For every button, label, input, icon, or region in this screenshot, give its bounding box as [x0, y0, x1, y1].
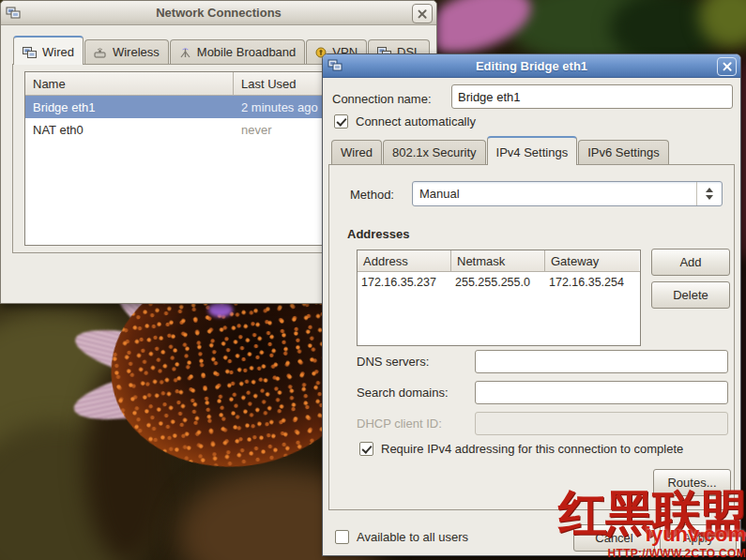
- search-domains-label: Search domains:: [357, 386, 449, 400]
- wired-icon: [23, 47, 37, 58]
- tab-label: Wired: [42, 45, 74, 59]
- address-row[interactable]: 172.16.35.237 255.255.255.0 172.16.35.25…: [358, 272, 640, 293]
- network-workgroup-icon: [6, 7, 21, 20]
- wireless-icon: [94, 47, 107, 58]
- tab-8021x-security[interactable]: 802.1x Security: [383, 140, 486, 165]
- address-cell[interactable]: 172.16.35.237: [358, 276, 451, 289]
- addresses-header-row: Address Netmask Gateway: [358, 250, 640, 272]
- tab-label: IPv4 Settings: [496, 145, 569, 159]
- add-button[interactable]: Add: [651, 249, 730, 276]
- dialog-titlebar[interactable]: Editing Bridge eth1: [323, 54, 740, 78]
- delete-button[interactable]: Delete: [651, 281, 730, 309]
- connect-automatically-label: Connect automatically: [356, 114, 476, 129]
- connect-automatically-row[interactable]: Connect automatically: [334, 114, 476, 129]
- dhcp-client-id-label: DHCP client ID:: [357, 416, 442, 431]
- antenna-icon: [179, 47, 191, 58]
- window-close-button[interactable]: [412, 4, 433, 23]
- method-combobox[interactable]: Manual: [412, 181, 723, 206]
- connection-name-label: Connection name:: [332, 92, 432, 106]
- require-ipv4-checkbox[interactable]: [359, 442, 373, 456]
- column-header-netmask[interactable]: Netmask: [451, 250, 545, 271]
- combobox-spinner-icon: [696, 182, 722, 205]
- dialog-title: Editing Bridge eth1: [323, 59, 740, 73]
- available-to-all-users-row[interactable]: Available to all users: [335, 530, 468, 544]
- column-header-gateway[interactable]: Gateway: [545, 250, 639, 271]
- tab-wireless[interactable]: Wireless: [84, 39, 169, 65]
- netmask-cell[interactable]: 255.255.255.0: [451, 276, 545, 289]
- tab-label: Wireless: [113, 45, 160, 59]
- dhcp-client-id-input: [475, 412, 728, 435]
- connection-name-input[interactable]: [451, 84, 733, 109]
- routes-button[interactable]: Routes...: [653, 469, 731, 496]
- violet-flower: [208, 302, 233, 317]
- tab-label: 802.1x Security: [392, 145, 477, 159]
- network-workgroup-icon: [327, 59, 343, 72]
- tab-label: Mobile Broadband: [197, 45, 297, 59]
- method-label: Method:: [350, 188, 394, 202]
- edit-connection-dialog: Editing Bridge eth1 Connection name: Con…: [322, 53, 741, 556]
- apply-button[interactable]: Apply: [660, 524, 737, 552]
- connection-name-cell: NAT eth0: [25, 123, 234, 137]
- search-domains-input[interactable]: [475, 381, 728, 404]
- close-icon: [418, 9, 427, 19]
- tab-ipv6-settings[interactable]: IPv6 Settings: [578, 140, 669, 165]
- method-value: Manual: [413, 187, 696, 201]
- tab-ipv4-settings[interactable]: IPv4 Settings: [487, 136, 578, 165]
- tab-mobile-broadband[interactable]: Mobile Broadband: [170, 39, 306, 65]
- gateway-cell[interactable]: 172.16.35.254: [545, 276, 639, 289]
- tab-label: Wired: [341, 145, 373, 159]
- cancel-button[interactable]: Cancel: [573, 524, 655, 552]
- window-titlebar[interactable]: Network Connections: [1, 1, 436, 25]
- desktop: Network Connections Wired Wireless Mobil…: [0, 0, 746, 560]
- window-title: Network Connections: [1, 6, 436, 20]
- available-to-all-users-label: Available to all users: [357, 530, 468, 544]
- dns-servers-input[interactable]: [475, 350, 728, 373]
- require-ipv4-row[interactable]: Require IPv4 addressing for this connect…: [359, 442, 683, 456]
- dialog-close-button[interactable]: [717, 57, 737, 76]
- column-header-address[interactable]: Address: [358, 250, 451, 271]
- tab-label: IPv6 Settings: [587, 145, 660, 159]
- addresses-table: Address Netmask Gateway 172.16.35.237 25…: [357, 250, 641, 346]
- tab-wired-settings[interactable]: Wired: [331, 140, 382, 165]
- tab-wired[interactable]: Wired: [13, 36, 84, 65]
- settings-tabs: Wired 802.1x Security IPv4 Settings IPv6…: [331, 140, 670, 165]
- addresses-section-title: Addresses: [347, 227, 409, 241]
- column-header-name[interactable]: Name: [25, 72, 234, 95]
- available-to-all-users-checkbox[interactable]: [335, 530, 349, 544]
- close-icon: [723, 62, 732, 71]
- ipv4-settings-panel: Method: Manual Addresses Address Netmask…: [328, 164, 735, 510]
- connection-name-cell: Bridge eth1: [25, 100, 234, 114]
- dns-servers-label: DNS servers:: [357, 355, 429, 369]
- connect-automatically-checkbox[interactable]: [334, 114, 348, 129]
- require-ipv4-label: Require IPv4 addressing for this connect…: [381, 442, 683, 456]
